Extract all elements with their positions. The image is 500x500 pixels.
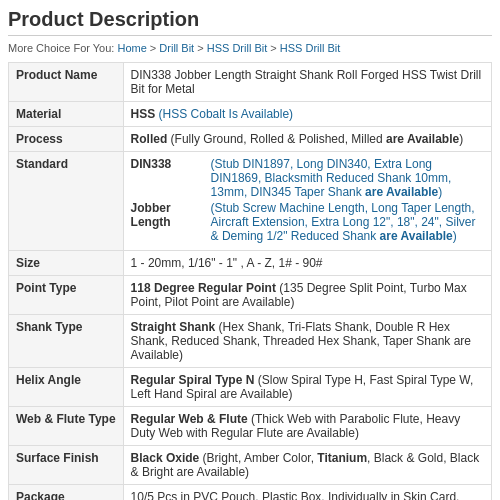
value-point-type: 118 Degree Regular Point (135 Degree Spl… bbox=[123, 276, 491, 315]
label-standard: Standard bbox=[9, 152, 124, 251]
value-process: Rolled (Fully Ground, Rolled & Polished,… bbox=[123, 127, 491, 152]
page-title: Product Description bbox=[8, 8, 492, 36]
table-row: Standard DIN338 (Stub DIN1897, Long DIN3… bbox=[9, 152, 492, 251]
table-row: Material HSS (HSS Cobalt Is Available) bbox=[9, 102, 492, 127]
value-shank-type: Straight Shank (Hex Shank, Tri-Flats Sha… bbox=[123, 315, 491, 368]
table-row: Package 10/5 Pcs in PVC Pouch, Plastic B… bbox=[9, 485, 492, 501]
label-process: Process bbox=[9, 127, 124, 152]
label-material: Material bbox=[9, 102, 124, 127]
product-table: Product Name DIN338 Jobber Length Straig… bbox=[8, 62, 492, 500]
label-point-type: Point Type bbox=[9, 276, 124, 315]
standard-jobber: Jobber Length (Stub Screw Machine Length… bbox=[131, 201, 484, 243]
value-standard: DIN338 (Stub DIN1897, Long DIN340, Extra… bbox=[123, 152, 491, 251]
table-row: Web & Flute Type Regular Web & Flute (Th… bbox=[9, 407, 492, 446]
value-web-flute: Regular Web & Flute (Thick Web with Para… bbox=[123, 407, 491, 446]
breadcrumb: More Choice For You: Home > Drill Bit > … bbox=[8, 42, 492, 54]
value-package: 10/5 Pcs in PVC Pouch, Plastic Box, Indi… bbox=[123, 485, 491, 501]
label-web-flute: Web & Flute Type bbox=[9, 407, 124, 446]
value-size: 1 - 20mm, 1/16" - 1" , A - Z, 1# - 90# bbox=[123, 251, 491, 276]
label-product-name: Product Name bbox=[9, 63, 124, 102]
label-helix-angle: Helix Angle bbox=[9, 368, 124, 407]
table-row: Surface Finish Black Oxide (Bright, Ambe… bbox=[9, 446, 492, 485]
table-row: Helix Angle Regular Spiral Type N (Slow … bbox=[9, 368, 492, 407]
table-row: Point Type 118 Degree Regular Point (135… bbox=[9, 276, 492, 315]
value-product-name: DIN338 Jobber Length Straight Shank Roll… bbox=[123, 63, 491, 102]
label-surface-finish: Surface Finish bbox=[9, 446, 124, 485]
label-package: Package bbox=[9, 485, 124, 501]
label-size: Size bbox=[9, 251, 124, 276]
standard-din338: DIN338 (Stub DIN1897, Long DIN340, Extra… bbox=[131, 157, 484, 199]
value-material: HSS (HSS Cobalt Is Available) bbox=[123, 102, 491, 127]
label-shank-type: Shank Type bbox=[9, 315, 124, 368]
table-row: Process Rolled (Fully Ground, Rolled & P… bbox=[9, 127, 492, 152]
table-row: Size 1 - 20mm, 1/16" - 1" , A - Z, 1# - … bbox=[9, 251, 492, 276]
value-helix-angle: Regular Spiral Type N (Slow Spiral Type … bbox=[123, 368, 491, 407]
table-row: Product Name DIN338 Jobber Length Straig… bbox=[9, 63, 492, 102]
value-surface-finish: Black Oxide (Bright, Amber Color, Titani… bbox=[123, 446, 491, 485]
table-row: Shank Type Straight Shank (Hex Shank, Tr… bbox=[9, 315, 492, 368]
